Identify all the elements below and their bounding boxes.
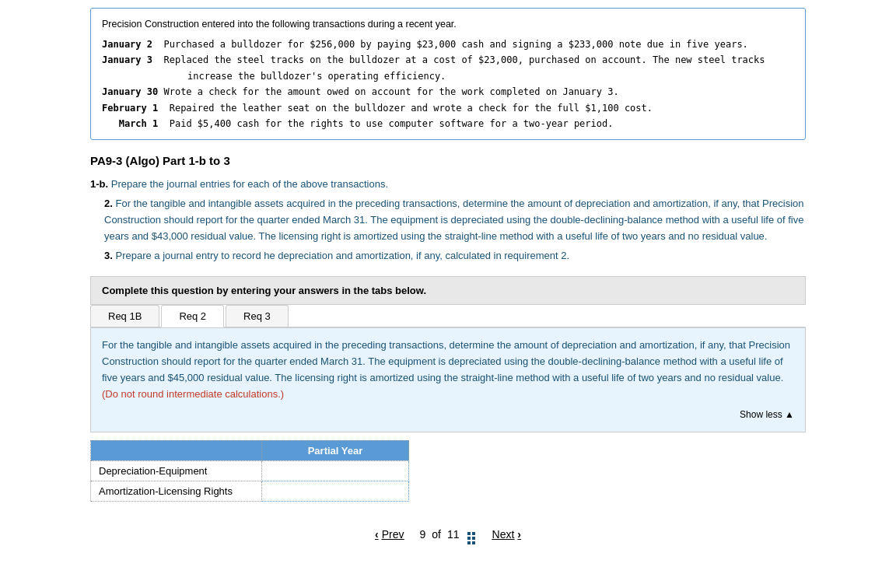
amortization-licensing-field[interactable] — [270, 485, 401, 497]
prev-arrow-icon: ‹ — [375, 528, 379, 541]
next-button[interactable]: Next › — [492, 528, 521, 541]
transactions-list: January 2 Purchased a bulldozer for $256… — [102, 37, 794, 131]
amortization-licensing-label: Amortization-Licensing Rights — [91, 481, 262, 501]
table-partial-year-header: Partial Year — [262, 440, 409, 460]
tab-req2[interactable]: Req 2 — [161, 305, 224, 327]
intro-text: Precision Construction entered into the … — [102, 16, 794, 32]
transaction-jan2: January 2 Purchased a bulldozer for $256… — [102, 37, 794, 52]
navigation-bar: ‹ Prev 9 of 11 Next › — [90, 514, 806, 548]
instruction-1b: 1-b. Prepare the journal entries for eac… — [90, 177, 806, 193]
transaction-jan30: January 30 Wrote a check for the amount … — [102, 84, 794, 100]
do-not-round-note: (Do not round intermediate calculations.… — [102, 388, 284, 400]
transaction-feb1: February 1 Repaired the leather seat on … — [102, 100, 794, 116]
page-info: 9 of 11 — [419, 525, 476, 544]
table-label-header — [91, 440, 262, 460]
instructions-block: 1-b. Prepare the journal entries for eac… — [90, 177, 806, 264]
depreciation-equipment-field[interactable] — [270, 465, 401, 477]
tab-req3[interactable]: Req 3 — [226, 305, 289, 327]
complete-box: Complete this question by entering your … — [90, 276, 806, 305]
transaction-jan3: January 3 Replaced the steel tracks on t… — [102, 52, 794, 68]
instruction-2: 2. For the tangible and intangible asset… — [90, 196, 806, 244]
prev-button[interactable]: ‹ Prev — [375, 528, 404, 541]
transaction-mar1: March 1 Paid $5,400 cash for the rights … — [102, 116, 794, 131]
amortization-licensing-input[interactable] — [262, 481, 409, 501]
depreciation-equipment-label: Depreciation-Equipment — [91, 460, 262, 481]
tabs-row: Req 1B Req 2 Req 3 — [90, 305, 806, 327]
tab-content-area: For the tangible and intangible assets a… — [90, 327, 806, 432]
transaction-jan3-cont: increase the bulldozer's operating effic… — [102, 68, 794, 84]
table-row: Amortization-Licensing Rights — [91, 481, 409, 501]
next-arrow-icon: › — [517, 528, 521, 541]
top-info-box: Precision Construction entered into the … — [90, 8, 806, 140]
table-row: Depreciation-Equipment — [91, 460, 409, 481]
show-less-button[interactable]: Show less ▲ — [102, 408, 794, 422]
depreciation-table: Partial Year Depreciation-Equipment Amor… — [90, 440, 409, 502]
grid-icon[interactable] — [467, 525, 475, 544]
tab-req1b[interactable]: Req 1B — [90, 305, 159, 327]
section-title: PA9-3 (Algo) Part 1-b to 3 — [90, 154, 806, 167]
depreciation-table-wrapper: Partial Year Depreciation-Equipment Amor… — [90, 440, 806, 502]
instruction-3: 3. Prepare a journal entry to record he … — [90, 248, 806, 264]
depreciation-equipment-input[interactable] — [262, 460, 409, 481]
